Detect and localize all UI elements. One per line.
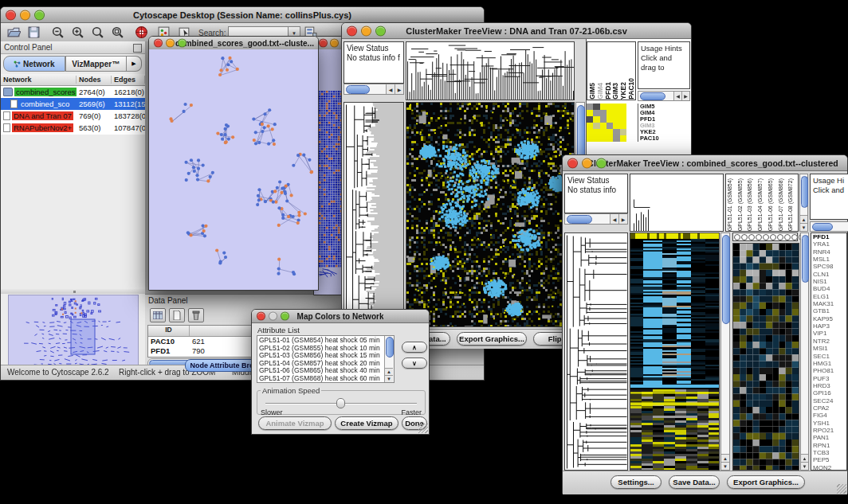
- tv1-status-hscrollbar[interactable]: ◀ ▶: [344, 84, 404, 95]
- gene-label[interactable]: SPC98: [813, 263, 846, 270]
- gene-label[interactable]: PUF3: [813, 375, 846, 382]
- open-file-icon[interactable]: [7, 25, 21, 39]
- tv2-column-dendrogram[interactable]: [630, 174, 724, 232]
- network-list-row[interactable]: combined_sco2569(6)13112(15): [1, 98, 145, 110]
- resize-grip[interactable]: [418, 424, 428, 433]
- tv1-row-dendrogram[interactable]: [344, 102, 404, 327]
- scroll-right-icon[interactable]: ▶: [395, 84, 403, 94]
- tv1-heatmap[interactable]: [406, 102, 575, 327]
- gene-label[interactable]: CPA2: [813, 404, 846, 412]
- close-icon[interactable]: [154, 39, 163, 48]
- main-titlebar[interactable]: Cytoscape Desktop (Session Name: collins…: [1, 7, 484, 23]
- column-label[interactable]: GPL51-06 (GSM865): [768, 178, 778, 231]
- scroll-up-icon[interactable]: ▲: [801, 454, 808, 462]
- attribute-item[interactable]: GPL51-07 (GSM868) heat shock 60 min: [257, 375, 383, 383]
- gene-label[interactable]: YSH1: [813, 420, 846, 427]
- help-icon[interactable]: [135, 25, 148, 39]
- minimize-icon[interactable]: [361, 25, 371, 36]
- tv1-titlebar[interactable]: ClusterMaker TreeView : DNA and Tran 07-…: [342, 23, 691, 39]
- zoom-out-icon[interactable]: [51, 25, 65, 39]
- scroll-left-icon[interactable]: ◀: [610, 214, 618, 224]
- birdseye-canvas[interactable]: [9, 295, 136, 373]
- row-label[interactable]: PAC10: [640, 135, 673, 142]
- close-icon[interactable]: [257, 312, 265, 321]
- close-icon[interactable]: [567, 158, 578, 168]
- gene-label[interactable]: PAN1: [813, 434, 846, 441]
- float-panel-icon[interactable]: [133, 44, 142, 53]
- tv1-similarity-matrix[interactable]: [587, 104, 626, 142]
- tv2-zoom-heatmap[interactable]: [732, 243, 799, 471]
- gene-label[interactable]: FIG4: [813, 412, 846, 419]
- minimize-icon[interactable]: [582, 158, 592, 168]
- gene-label[interactable]: PHO81: [813, 367, 846, 374]
- splitter-handle[interactable]: [1, 289, 145, 294]
- gene-label[interactable]: GPI16: [813, 389, 846, 397]
- scroll-up-icon[interactable]: ▲: [721, 454, 729, 462]
- gene-label[interactable]: HAP3: [813, 322, 846, 330]
- zoom-icon[interactable]: [596, 158, 607, 168]
- column-label[interactable]: GPL51-07 (GSM868): [778, 178, 788, 231]
- tv2-row-dendrogram[interactable]: [564, 232, 628, 471]
- column-label[interactable]: GPL51-01 (GSM854): [727, 178, 737, 231]
- tv2-gene-list[interactable]: PFD1YRA1RNR4MSL1SPC98CLN1NIS1BUD4ELG1MAK…: [811, 232, 847, 471]
- gene-label[interactable]: PEP5: [813, 456, 846, 463]
- gene-label[interactable]: SEC1: [813, 353, 846, 360]
- network-canvas-1[interactable]: [149, 49, 318, 290]
- scroll-thumb[interactable]: [722, 235, 730, 324]
- column-label[interactable]: GIM4: [596, 83, 604, 100]
- new-attribute-icon[interactable]: [169, 308, 185, 322]
- network-list-row[interactable]: combined_scores2764(0)16218(0): [1, 86, 145, 98]
- zoom-icon[interactable]: [178, 39, 186, 48]
- gene-label[interactable]: VIP1: [813, 330, 846, 337]
- gene-label[interactable]: HRD3: [813, 382, 846, 389]
- gene-label[interactable]: MSL1: [813, 256, 846, 263]
- scroll-down-icon[interactable]: ▼: [385, 375, 393, 382]
- column-label[interactable]: GIM5: [588, 83, 596, 100]
- tab-overflow-icon[interactable]: ▶: [127, 56, 142, 72]
- network-list-header[interactable]: Network Nodes Edges: [1, 74, 145, 86]
- column-label[interactable]: GPL51-04 (GSM857): [757, 178, 768, 231]
- zoom-icon[interactable]: [281, 312, 289, 321]
- move-down-button[interactable]: ∨: [402, 357, 427, 369]
- tv2-titlebar[interactable]: ClusterMaker TreeView : combined_scores_…: [563, 155, 847, 171]
- column-label[interactable]: GPL51-02 (GSM855): [737, 178, 748, 231]
- dialog-titlebar[interactable]: Map Colors to Network: [252, 310, 429, 323]
- scroll-thumb[interactable]: [640, 92, 665, 100]
- gene-label[interactable]: KAP95: [813, 315, 846, 322]
- gene-label[interactable]: NIS1: [813, 278, 846, 285]
- attribute-list-vscrollbar[interactable]: ▲ ▼: [384, 336, 394, 382]
- gene-label[interactable]: RPN1: [813, 442, 846, 449]
- speed-slider-thumb[interactable]: [336, 398, 345, 408]
- tv2-status-hscrollbar[interactable]: ◀ ▶: [564, 213, 628, 225]
- scroll-up-icon[interactable]: ▲: [385, 368, 393, 375]
- tab-vizmapper[interactable]: VizMapper™: [65, 56, 128, 72]
- tv2-genelist-vscrollbar[interactable]: ▲ ▼: [800, 232, 809, 471]
- animate-vizmap-button[interactable]: Animate Vizmap: [258, 416, 332, 430]
- gene-label[interactable]: MAK31: [813, 300, 846, 307]
- tv2-collabel-vscrollbar[interactable]: ▲ ▼: [799, 174, 808, 232]
- zoom-selected-icon[interactable]: [111, 25, 124, 39]
- tv1-usage-hscrollbar[interactable]: ◀ ▶: [638, 91, 690, 101]
- scroll-right-icon[interactable]: ▶: [618, 214, 627, 224]
- scroll-down-icon[interactable]: ▼: [801, 462, 808, 470]
- column-label[interactable]: GPL51-08 (GSM872): [787, 178, 798, 231]
- gene-label[interactable]: RPO21: [813, 427, 846, 434]
- scroll-up-icon[interactable]: ▲: [800, 215, 807, 223]
- column-label[interactable]: PAC10: [627, 78, 635, 100]
- gene-label[interactable]: SEC24: [813, 397, 846, 404]
- delete-attribute-icon[interactable]: [188, 308, 204, 322]
- minimize-icon[interactable]: [20, 10, 30, 20]
- save-icon[interactable]: [27, 25, 41, 39]
- resize-grip[interactable]: [837, 484, 846, 494]
- settings-button[interactable]: Settings...: [610, 475, 662, 489]
- scroll-thumb[interactable]: [567, 215, 592, 224]
- gene-label[interactable]: NTR2: [813, 338, 846, 345]
- zoom-in-icon[interactable]: [71, 25, 84, 39]
- attribute-list[interactable]: GPL51-01 (GSM854) heat shock 05 minGPL51…: [257, 335, 395, 383]
- tv2-heatmap-vscrollbar[interactable]: ▲ ▼: [720, 232, 730, 471]
- network-list-row[interactable]: DNA and Tran 07769(0)183728(0): [1, 110, 145, 122]
- gene-label[interactable]: YRA1: [813, 240, 846, 248]
- tv1-row-labels[interactable]: GIM5GIM4PFD1GIM3YKE2PAC10: [638, 104, 673, 142]
- export-graphics-button[interactable]: Export Graphics...: [457, 332, 527, 346]
- gene-label[interactable]: MSI1: [813, 345, 846, 352]
